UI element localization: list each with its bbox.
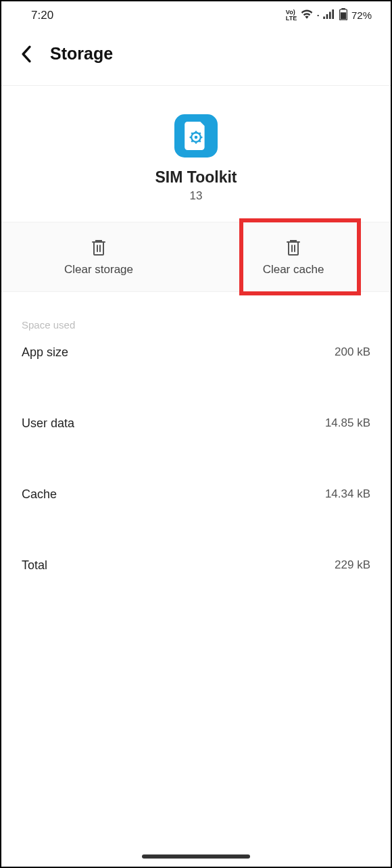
- highlight-annotation: [239, 218, 361, 295]
- app-size-row[interactable]: App size 200 kB: [1, 336, 391, 407]
- clear-cache-label: Clear cache: [263, 263, 324, 276]
- user-data-row[interactable]: User data 14.85 kB: [1, 407, 391, 478]
- sim-icon: [185, 122, 207, 150]
- row-label: Total: [22, 558, 47, 573]
- wifi-icon: [301, 9, 313, 21]
- app-version: 13: [190, 189, 203, 203]
- row-value: 229 kB: [335, 558, 370, 572]
- cache-row[interactable]: Cache 14.34 kB: [1, 478, 391, 549]
- space-used-header: Space used: [1, 292, 391, 336]
- svg-line-13: [199, 132, 201, 134]
- svg-line-15: [191, 132, 193, 134]
- status-bar: 7:20 Vo)LTE • 72%: [1, 1, 391, 28]
- home-indicator[interactable]: [142, 854, 250, 859]
- row-value: 200 kB: [335, 345, 370, 359]
- row-label: App size: [22, 345, 68, 360]
- back-button[interactable]: [16, 45, 35, 64]
- svg-line-16: [199, 141, 201, 142]
- app-info-section: SIM Toolkit 13: [1, 86, 391, 222]
- dot-icon: •: [317, 12, 319, 18]
- volte-icon: Vo)LTE: [286, 9, 297, 22]
- svg-rect-6: [341, 12, 346, 19]
- total-row[interactable]: Total 229 kB: [1, 549, 391, 620]
- row-value: 14.85 kB: [325, 416, 370, 430]
- battery-icon: [339, 8, 347, 22]
- svg-rect-0: [323, 17, 325, 20]
- svg-rect-1: [326, 14, 328, 19]
- svg-rect-2: [329, 12, 331, 20]
- status-time: 7:20: [31, 9, 53, 22]
- clear-cache-button[interactable]: Clear cache: [196, 222, 391, 291]
- trash-icon: [285, 239, 301, 256]
- page-header: Storage: [1, 28, 391, 85]
- clear-storage-button[interactable]: Clear storage: [1, 222, 196, 291]
- chevron-left-icon: [21, 45, 31, 63]
- app-name: SIM Toolkit: [155, 168, 237, 187]
- row-value: 14.34 kB: [325, 487, 370, 501]
- svg-line-14: [191, 141, 193, 142]
- row-label: User data: [22, 416, 74, 431]
- status-right: Vo)LTE • 72%: [286, 8, 372, 22]
- battery-percent: 72%: [351, 9, 372, 21]
- row-label: Cache: [22, 487, 57, 502]
- svg-rect-3: [332, 9, 334, 19]
- actions-row: Clear storage Clear cache: [1, 222, 391, 292]
- clear-storage-label: Clear storage: [64, 263, 133, 276]
- svg-point-8: [195, 136, 198, 139]
- page-title: Storage: [50, 44, 113, 64]
- signal-icon: [323, 9, 335, 21]
- trash-icon: [91, 239, 107, 256]
- app-icon: [174, 114, 218, 158]
